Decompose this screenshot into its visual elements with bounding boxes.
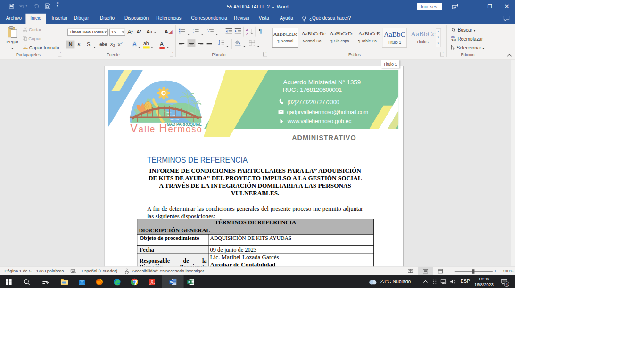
svg-text:(02)2773220 / 2773300: (02)2773220 / 2773300	[288, 99, 339, 106]
svg-text:Acuerdo Ministerial N° 1359: Acuerdo Ministerial N° 1359	[283, 79, 361, 86]
svg-text:gadprvallehermoso@hotmail.com: gadprvallehermoso@hotmail.com	[287, 109, 369, 115]
svg-text:2: 2	[193, 32, 194, 34]
svg-text:X: X	[188, 280, 190, 284]
svg-text:b: b	[208, 30, 210, 33]
svg-text:www.vallehermoso.gob.ec: www.vallehermoso.gob.ec	[287, 118, 352, 124]
svg-text:1: 1	[193, 28, 194, 31]
svg-text:W: W	[170, 280, 173, 284]
svg-text:RUC : 1768120600001: RUC : 1768120600001	[283, 86, 342, 93]
